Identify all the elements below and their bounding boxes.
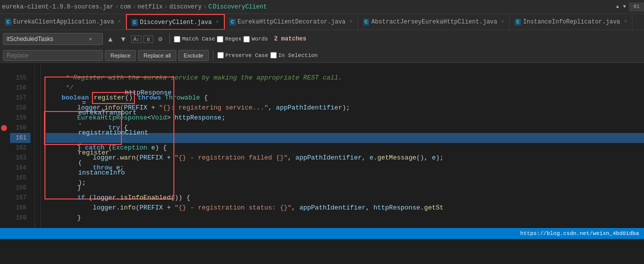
- breadcrumb-netflix[interactable]: netflix: [137, 4, 162, 10]
- bp-empty-2: [0, 73, 8, 83]
- tab-icon-c2: C: [131, 19, 138, 26]
- replace-input-wrapper[interactable]: [3, 50, 103, 61]
- code-content[interactable]: * Register with the eureka service by ma…: [41, 63, 644, 228]
- code-editor: 155 156 157 158 159 160 161 162 163 164 …: [0, 63, 644, 228]
- prev-match-button[interactable]: ▲: [105, 34, 116, 44]
- bp-empty-6: [0, 113, 8, 123]
- tab-label-5: InstanceInfoReplicator.java: [523, 18, 620, 26]
- replace-all-button[interactable]: Replace all: [138, 50, 176, 61]
- regex-checkbox[interactable]: [217, 36, 223, 42]
- replace-row: Replace Replace all Exclude Preserve Cas…: [0, 48, 644, 63]
- tab-label-1: EurekaClientApplication.java: [13, 18, 114, 26]
- tab-close-3[interactable]: ×: [350, 19, 353, 24]
- next-match-button[interactable]: ▼: [118, 34, 129, 44]
- status-url: https://blog.csdn.net/weixn_4bd01dba: [520, 230, 639, 236]
- bp-empty-14: [0, 203, 8, 213]
- tab-icon-c4: C: [363, 18, 370, 26]
- breadcrumb-bar: eureka-client-1.9.8-sources.jar › com › …: [0, 0, 644, 14]
- words-label: Words: [251, 36, 268, 42]
- tab-label-2: DiscoveryClient.java: [140, 19, 212, 26]
- search-input[interactable]: [6, 36, 86, 42]
- tab-icon-c1: C: [5, 18, 11, 26]
- breadcrumb-com[interactable]: com: [120, 4, 131, 10]
- in-selection-checkbox[interactable]: [270, 52, 277, 58]
- tab-label-4: AbstractJerseyEurekaHttpClient.java: [371, 18, 497, 26]
- bp-empty-8: [0, 143, 8, 153]
- tab-discovery-client[interactable]: C DiscoveryClient.java ×: [126, 14, 224, 30]
- bp-empty-3: [0, 83, 8, 93]
- search-row: × ▲ ▼ A↕ ⏸ ⚙ Match Case Regex Words 2 ma…: [0, 30, 644, 48]
- tab-close-5[interactable]: ×: [624, 19, 627, 24]
- match-case-checkbox[interactable]: [174, 36, 180, 42]
- bp-empty-4: [0, 93, 8, 103]
- bp-empty-5: [0, 103, 8, 113]
- bp-161[interactable]: [0, 123, 8, 133]
- replace-button[interactable]: Replace: [105, 50, 136, 61]
- find-all-button[interactable]: A↕: [131, 36, 142, 43]
- code-line-163: logger . warn ( PREFIX + "{} - registrat…: [46, 153, 644, 163]
- breadcrumb-active: DiscoveryClient: [213, 4, 267, 10]
- code-line-161: httpResponse = eurekaTransport . registr…: [46, 133, 644, 143]
- preserve-case-label: Preserve Case: [225, 52, 268, 58]
- tab-icon-c3: C: [229, 18, 236, 26]
- line-numbers: 155 156 157 158 159 160 161 162 163 164 …: [10, 63, 35, 228]
- bp-empty-7: [0, 133, 8, 143]
- bp-empty-10: [0, 163, 8, 173]
- bp-empty-9: [0, 153, 8, 163]
- search-replace-toolbar: × ▲ ▼ A↕ ⏸ ⚙ Match Case Regex Words 2 ma…: [0, 30, 644, 63]
- nav-up-icon[interactable]: ▲: [616, 4, 619, 10]
- http-response-outline: httpResponse = eurekaTransport . registr…: [46, 78, 173, 198]
- words-option[interactable]: Words: [243, 36, 268, 42]
- code-line-162: } catch ( Exception e ) {: [46, 143, 644, 153]
- settings-button[interactable]: ⚙: [155, 35, 165, 44]
- tab-icon-c5: C: [515, 18, 521, 26]
- divider2: [213, 50, 213, 60]
- nav-down-icon[interactable]: ▼: [623, 4, 626, 10]
- in-selection-option[interactable]: In Selection: [270, 52, 318, 58]
- words-checkbox[interactable]: [243, 36, 250, 42]
- file-tabs: C EurekaClientApplication.java × C Disco…: [0, 14, 644, 30]
- clear-search-button[interactable]: ×: [86, 35, 94, 43]
- tab-instance-info-replicator[interactable]: C InstanceInfoReplicator.java ×: [510, 14, 633, 30]
- breadcrumb-jar[interactable]: eureka-client-1.9.8-sources.jar: [2, 4, 113, 10]
- match-case-label: Match Case: [182, 36, 215, 42]
- bp-empty-11: [0, 173, 8, 183]
- line-count: 01: [629, 2, 644, 12]
- breadcrumb-icon: C: [208, 4, 212, 10]
- code-line-169: }: [46, 213, 644, 223]
- bp-empty-1: [0, 63, 8, 73]
- tab-close-4[interactable]: ×: [501, 19, 504, 24]
- pause-button[interactable]: ⏸: [143, 36, 153, 43]
- replace-input[interactable]: [6, 52, 86, 59]
- breadcrumb-discovery[interactable]: discovery: [169, 4, 202, 10]
- tab-label-3: EurekaHttpClientDecorator.java: [238, 18, 346, 26]
- regex-option[interactable]: Regex: [217, 36, 241, 42]
- tab-eureka-client-app[interactable]: C EurekaClientApplication.java ×: [0, 14, 126, 30]
- code-line-167: if ( logger . isInfoEnabled ()) {: [46, 193, 644, 203]
- bp-empty-13: [0, 193, 8, 203]
- preserve-case-checkbox[interactable]: [217, 52, 224, 58]
- exclude-button[interactable]: Exclude: [178, 50, 209, 61]
- match-case-option[interactable]: Match Case: [174, 36, 215, 42]
- bp-empty-12: [0, 183, 8, 193]
- code-line-empty: [46, 63, 644, 73]
- match-count: 2 matches: [274, 36, 306, 42]
- search-input-wrapper[interactable]: ×: [3, 33, 103, 45]
- tab-close-2[interactable]: ×: [216, 20, 219, 25]
- tab-eureka-http-decorator[interactable]: C EurekaHttpClientDecorator.java ×: [224, 14, 358, 30]
- regex-label: Regex: [225, 36, 241, 42]
- status-bar: https://blog.csdn.net/weixn_4bd01dba: [0, 228, 644, 239]
- preserve-case-option[interactable]: Preserve Case: [217, 52, 268, 58]
- breakpoint-column: [0, 63, 10, 228]
- fold-column: [35, 63, 41, 228]
- tab-close-1[interactable]: ×: [118, 19, 121, 24]
- divider1: [169, 34, 170, 44]
- tab-abstract-jersey[interactable]: C AbstractJerseyEurekaHttpClient.java ×: [358, 14, 510, 30]
- in-selection-label: In Selection: [278, 52, 318, 58]
- code-line-168: logger . info ( PREFIX + "{} - registrat…: [46, 203, 644, 213]
